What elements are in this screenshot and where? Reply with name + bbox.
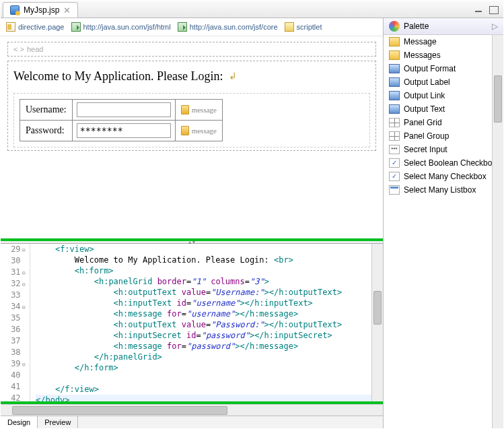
palette-list: MessageMessagesOutput FormatOutput Label… <box>384 35 503 428</box>
table-row: Username: message <box>20 100 223 121</box>
jsp-file-icon <box>10 5 20 15</box>
toolbar-item-scriptlet[interactable]: scriptlet <box>285 22 322 32</box>
palette-item[interactable]: Secret Input <box>384 143 503 156</box>
scrollbar-thumb[interactable] <box>494 75 502 123</box>
vertical-scrollbar[interactable] <box>492 35 503 428</box>
taglib-icon <box>71 22 81 32</box>
message-icon <box>181 126 189 135</box>
scrollbar-thumb[interactable] <box>373 291 382 325</box>
palette-item-label: Message <box>404 37 437 46</box>
tab-design[interactable]: Design <box>1 416 38 428</box>
palette-item-label: Output Text <box>404 104 445 114</box>
palette-item[interactable]: Messages <box>384 48 503 62</box>
palette-item-label: Secret Input <box>404 145 447 154</box>
component-icon <box>389 64 400 73</box>
head-label: head <box>27 45 43 53</box>
username-message[interactable]: message <box>181 105 217 114</box>
palette-item[interactable]: Output Format <box>384 62 503 75</box>
toolbar-item-directive[interactable]: directive.page <box>6 22 65 32</box>
component-icon <box>389 145 400 154</box>
design-canvas[interactable]: < > head Welcome to My Application. Plea… <box>1 36 383 238</box>
cursor-icon: ↲ <box>229 71 237 82</box>
split-sash[interactable]: ▴ ▾ <box>1 238 383 244</box>
component-icon <box>389 185 400 195</box>
editor-tabbar: MyJsp.jsp ✕ <box>1 1 503 18</box>
palette-item[interactable]: Select Many Listbox <box>384 183 503 197</box>
palette-item[interactable]: Message <box>384 35 503 48</box>
toolbar-item-jsf-html[interactable]: http://java.sun.com/jsf/html <box>71 22 171 32</box>
component-icon <box>389 104 400 114</box>
palette-item-label: Messages <box>404 51 441 60</box>
palette-item-label: Select Many Checkbox <box>404 172 487 181</box>
palette-item-label: Select Boolean Checkbox <box>404 158 496 168</box>
palette-item[interactable]: Select Many Checkbox <box>384 170 503 183</box>
palette-item-label: Panel Group <box>404 131 449 141</box>
palette-icon <box>389 21 400 32</box>
palette-view: Palette ▷ MessageMessagesOutput FormatOu… <box>384 18 503 428</box>
table-row: Password: message <box>20 121 223 141</box>
component-icon <box>389 51 400 60</box>
component-icon <box>389 172 400 181</box>
editor-mode-tabs: Design Preview <box>1 416 383 428</box>
component-icon <box>389 37 400 46</box>
palette-header[interactable]: Palette ▷ <box>384 18 503 35</box>
scrollbar-thumb[interactable] <box>12 406 227 415</box>
directive-icon <box>6 22 15 32</box>
password-input[interactable] <box>77 123 171 138</box>
palette-item-label: Output Link <box>404 91 445 100</box>
palette-item-label: Output Format <box>404 64 456 73</box>
body-element[interactable]: Welcome to My Application. Please Login:… <box>7 61 376 151</box>
panel-grid[interactable]: Username: message Password: message <box>20 99 223 141</box>
tab-preview[interactable]: Preview <box>38 416 78 428</box>
code-content[interactable]: <f:view> Welcome to My Application. Plea… <box>30 244 383 401</box>
jsp-toolbar: directive.page http://java.sun.com/jsf/h… <box>1 18 383 36</box>
component-icon <box>389 131 400 141</box>
palette-item[interactable]: Select Boolean Checkbox <box>384 156 503 170</box>
palette-item[interactable]: Output Text <box>384 102 503 116</box>
palette-item[interactable]: Panel Grid <box>384 116 503 129</box>
palette-item-label: Output Label <box>404 77 450 87</box>
palette-item-label: Panel Grid <box>404 118 442 127</box>
component-icon <box>389 158 400 168</box>
component-icon <box>389 91 400 100</box>
maximize-icon[interactable] <box>489 5 499 13</box>
horizontal-scrollbar[interactable] <box>1 404 383 416</box>
line-gutter: 29⊖30 31⊖32⊖33 34⊖35 36 37 38 39⊖40 41 4… <box>1 244 30 401</box>
message-icon <box>181 105 189 114</box>
chevron-right-icon[interactable]: ▷ <box>492 22 498 31</box>
form-container[interactable]: Username: message Password: message <box>13 93 370 147</box>
palette-item[interactable]: Output Label <box>384 75 503 89</box>
head-element[interactable]: < > head <box>7 42 376 57</box>
vertical-scrollbar[interactable] <box>371 244 383 401</box>
toolbar-item-jsf-core[interactable]: http://java.sun.com/jsf/core <box>178 22 278 32</box>
tab-filename: MyJsp.jsp <box>24 5 59 15</box>
minimize-icon[interactable] <box>474 5 484 13</box>
palette-item[interactable]: Panel Group <box>384 129 503 143</box>
source-editor[interactable]: 29⊖30 31⊖32⊖33 34⊖35 36 37 38 39⊖40 41 4… <box>1 244 383 404</box>
password-label-cell[interactable]: Password: <box>20 121 73 141</box>
welcome-text[interactable]: Welcome to My Application. Please Login:… <box>13 69 370 84</box>
palette-item[interactable]: Output Link <box>384 89 503 102</box>
username-input[interactable] <box>77 102 171 117</box>
password-message[interactable]: message <box>181 126 217 135</box>
component-icon <box>389 77 400 87</box>
taglib-icon <box>178 22 187 32</box>
tag-icon: < > <box>13 45 24 53</box>
scriptlet-icon <box>285 22 294 32</box>
palette-title: Palette <box>404 22 429 31</box>
close-icon[interactable]: ✕ <box>63 6 71 15</box>
editor-tab[interactable]: MyJsp.jsp ✕ <box>3 2 78 18</box>
palette-item-label: Select Many Listbox <box>404 185 476 195</box>
component-icon <box>389 118 400 127</box>
username-label-cell[interactable]: Username: <box>20 100 73 121</box>
